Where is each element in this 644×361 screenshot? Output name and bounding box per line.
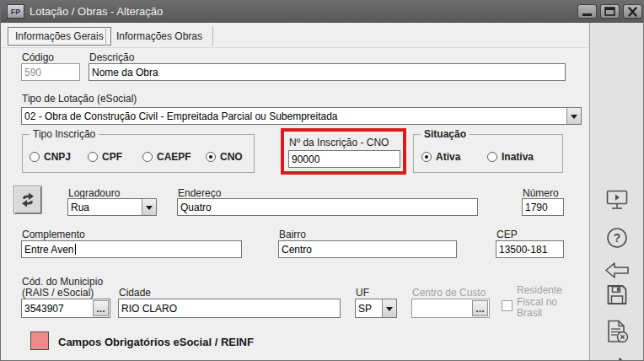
text-cursor: [75, 244, 76, 255]
radio-caepf[interactable]: [142, 152, 153, 162]
radio-ativa-label: Ativa: [436, 151, 460, 163]
residente-fiscal-checkbox[interactable]: [502, 300, 513, 311]
situacao-group-label: Situação: [421, 128, 470, 140]
radio-cnpj-label: CNPJ: [44, 151, 71, 163]
tipo-lotacao-select[interactable]: 02 - Obra de Construção Civil - Empreita…: [21, 107, 582, 125]
chevron-down-icon[interactable]: [142, 199, 156, 215]
cod-municipio-label-line2: (RAIS / eSocial): [22, 287, 94, 299]
logradouro-value: Rua: [68, 202, 142, 213]
radio-cpf[interactable]: [88, 152, 98, 162]
cancel-button[interactable]: [604, 319, 630, 348]
logradouro-label: Logradouro: [68, 187, 120, 199]
swap-arrows-icon: [19, 191, 36, 208]
maximize-icon: [604, 6, 616, 17]
cod-municipio-label-line1: Cód. do Municipio: [22, 276, 103, 288]
uf-select[interactable]: SP: [355, 299, 397, 318]
descricao-label: Descrição: [89, 51, 134, 63]
uf-value: SP: [356, 303, 382, 315]
dialog-window: FP Lotação / Obras - Alteração Informaçõ…: [0, 0, 644, 361]
required-field-color-swatch: [30, 331, 49, 350]
monitor-play-icon: [605, 189, 629, 211]
help-button[interactable]: ?: [606, 227, 628, 252]
maximize-button[interactable]: [600, 4, 620, 19]
app-icon: FP: [7, 4, 24, 19]
tab-strip: Informações Gerais Informações Obras: [1, 23, 590, 48]
chevron-down-icon[interactable]: [382, 299, 396, 317]
cod-municipio-wrap: [21, 299, 110, 318]
complemento-value: Entre Aven: [24, 244, 74, 256]
endereco-label: Endereço: [178, 187, 221, 199]
window-title: Lotação / Obras - Alteração: [30, 5, 163, 18]
close-button[interactable]: [623, 4, 642, 19]
back-button[interactable]: [604, 261, 630, 283]
document-cancel-icon: [604, 319, 630, 344]
codigo-field[interactable]: [21, 63, 80, 81]
endereco-field[interactable]: [177, 198, 478, 216]
minimize-icon: [581, 6, 593, 17]
cep-label: CEP: [496, 229, 518, 240]
save-button[interactable]: [605, 283, 628, 310]
bairro-label: Bairro: [279, 229, 306, 240]
required-fields-legend: Campos Obrigatórios eSocial / REINF: [58, 336, 254, 348]
tab-informacoes-obras[interactable]: Informações Obras: [105, 27, 213, 46]
radio-ativa[interactable]: [421, 152, 432, 162]
centro-custo-wrap: [411, 299, 490, 318]
address-lookup-button[interactable]: [13, 186, 42, 214]
forward-button[interactable]: [604, 357, 630, 361]
tipo-lotacao-value: 02 - Obra de Construção Civil - Empreita…: [22, 110, 566, 122]
save-floppy-icon: [605, 283, 628, 306]
complemento-field[interactable]: Entre Aven: [21, 240, 242, 258]
inscricao-cno-label: Nº da Inscrição - CNO: [289, 137, 389, 148]
cep-field[interactable]: [496, 240, 564, 258]
centro-custo-lookup-button[interactable]: [472, 300, 488, 316]
side-toolbar: ?: [589, 23, 643, 360]
radio-cnpj[interactable]: [30, 152, 40, 162]
radio-caepf-label: CAEPF: [157, 151, 191, 163]
question-mark-icon: ?: [606, 227, 628, 249]
cod-municipio-lookup-button[interactable]: [93, 300, 109, 316]
chevron-down-icon[interactable]: [566, 108, 581, 124]
centro-custo-label: Centro de Custo: [412, 287, 486, 299]
descricao-field[interactable]: [89, 63, 566, 81]
titlebar: FP Lotação / Obras - Alteração: [1, 1, 643, 23]
inscricao-cno-field[interactable]: [288, 150, 400, 168]
arrow-left-icon: [604, 261, 630, 279]
svg-text:?: ?: [613, 231, 620, 245]
numero-field[interactable]: [522, 198, 564, 216]
radio-inativa[interactable]: [487, 152, 497, 162]
radio-cpf-label: CPF: [102, 151, 122, 163]
bairro-field[interactable]: [278, 240, 457, 258]
radio-cno-label: CNO: [220, 151, 243, 163]
arrow-right-icon: [604, 357, 630, 361]
video-tutorial-button[interactable]: [605, 189, 629, 214]
codigo-label: Código: [22, 51, 54, 63]
minimize-button[interactable]: [577, 4, 597, 19]
tipo-inscricao-group-label: Tipo Inscrição: [30, 128, 99, 140]
tipo-lotacao-label: Tipo de Lotação (eSocial): [22, 93, 137, 105]
close-icon: [627, 7, 638, 17]
numero-label: Número: [523, 187, 559, 199]
tab-informacoes-gerais[interactable]: Informações Gerais: [8, 27, 111, 46]
uf-label: UF: [356, 287, 369, 299]
radio-inativa-label: Inativa: [502, 151, 534, 163]
complemento-label: Complemento: [22, 229, 85, 240]
residente-fiscal-label: Residente Fiscal no Brasil: [517, 285, 566, 320]
cidade-field[interactable]: [118, 299, 341, 318]
radio-cno[interactable]: [206, 152, 216, 162]
cidade-label: Cidade: [119, 287, 151, 299]
logradouro-select[interactable]: Rua: [67, 198, 157, 216]
